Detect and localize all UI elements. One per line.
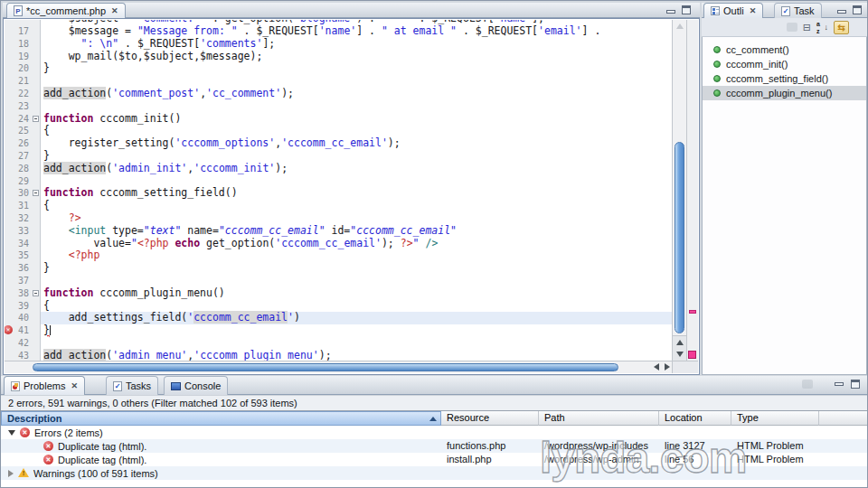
expanded-arrow-icon[interactable] <box>8 430 15 436</box>
collapse-all-icon[interactable]: ⊟ <box>803 23 811 33</box>
overview-ruler-badge[interactable] <box>688 351 696 359</box>
code-line-35[interactable]: 35 <?php <box>5 249 672 262</box>
code-line-28[interactable]: 28add_action('admin_init','cccomm_init')… <box>5 163 672 175</box>
code-line-20[interactable]: 20} <box>5 62 672 75</box>
link-with-editor-icon[interactable]: ⇆ <box>834 21 849 34</box>
problems-rows: ✕Errors (2 items)✕Duplicate tag (html).f… <box>1 426 868 480</box>
overview-ruler[interactable] <box>686 20 698 361</box>
column-header-description[interactable]: Description <box>1 411 441 426</box>
vertical-scrollbar-thumb[interactable] <box>675 142 684 333</box>
problem-row[interactable]: ✕Duplicate tag (html).install.php/wordpr… <box>1 453 868 466</box>
outline-item[interactable]: cccomm_init() <box>703 57 866 71</box>
problem-row[interactable]: Warnings (100 of 591 items) <box>1 466 868 480</box>
method-icon <box>713 61 721 68</box>
code-line-36[interactable]: 36} <box>5 262 672 275</box>
editor-area: P *cc_comment.php ✕ $subject = "Comment:… <box>3 3 700 375</box>
php-file-icon: P <box>14 5 23 16</box>
maximize-icon[interactable] <box>853 5 862 14</box>
fold-collapse-icon[interactable] <box>33 290 39 296</box>
problem-row[interactable]: ✕Errors (2 items) <box>1 426 868 439</box>
line-number: 32 <box>13 212 32 225</box>
code-line-30[interactable]: 30function cccomm_setting_field() <box>5 187 672 200</box>
tab-problems[interactable]: Problems ✕ <box>4 376 85 395</box>
line-number: 24 <box>13 113 32 126</box>
fold-collapse-icon[interactable] <box>33 116 39 122</box>
code-line-34[interactable]: 34 value="<?php echo get_option('cccomm_… <box>5 238 672 250</box>
horizontal-scrollbar-thumb[interactable] <box>33 363 618 371</box>
line-number: 25 <box>13 125 32 137</box>
code-line-27[interactable]: 27} <box>5 150 672 163</box>
close-icon[interactable]: ✕ <box>750 6 757 15</box>
outline-item[interactable]: cccomm_setting_field() <box>703 71 866 86</box>
code-line-26[interactable]: 26 register_setting('cccomm_options','cc… <box>5 137 672 150</box>
problem-description: Duplicate tag (html). <box>58 455 146 465</box>
tab-console[interactable]: Console <box>164 376 228 395</box>
tab-task[interactable]: ✓ Task <box>774 3 822 18</box>
minimize-icon[interactable] <box>837 10 846 14</box>
outline-item[interactable]: cccomm_plugin_menu() <box>703 86 866 100</box>
code-line-43[interactable]: 43add_action('admin_menu','cccomm_plugin… <box>5 350 672 361</box>
column-header-type[interactable]: Type <box>731 411 819 426</box>
minimize-icon[interactable] <box>835 382 844 386</box>
tasks-icon: ✓ <box>113 381 122 391</box>
focus-icon[interactable] <box>787 23 797 32</box>
tab-tasks[interactable]: ✓ Tasks <box>106 376 158 395</box>
code-line-37[interactable]: 37 <box>5 275 672 287</box>
method-icon <box>713 89 721 97</box>
code-line-32[interactable]: 32 ?> <box>5 212 672 225</box>
code-line-24[interactable]: 24function cccomm_init() <box>5 113 672 126</box>
scroll-up-icon[interactable] <box>676 23 684 29</box>
scroll-right-icon[interactable] <box>665 363 670 371</box>
outline-item[interactable]: cc_comment() <box>703 42 866 57</box>
code-lines[interactable]: $subject = "Comment: " . get_option('blo… <box>5 20 672 361</box>
scrollbar-corner <box>672 361 698 373</box>
maximize-icon[interactable] <box>851 380 860 389</box>
code-line-29[interactable]: 29 <box>5 175 672 188</box>
code-line-39[interactable]: 39{ <box>5 300 672 313</box>
problem-row[interactable]: ✕Duplicate tag (html).functions.php/word… <box>1 439 868 453</box>
code-line-42[interactable]: 42 <box>5 337 672 350</box>
code-line-19[interactable]: 19 wp_mail($to,$subject,$message); <box>5 51 672 63</box>
column-header-location[interactable]: Location <box>659 411 731 426</box>
overview-annotation-marker[interactable] <box>689 310 696 314</box>
tasks-tab-label: Tasks <box>126 380 151 391</box>
code-line-23[interactable]: 23 <box>5 100 672 113</box>
sort-alphabetically-icon[interactable]: a z ↓ <box>816 22 828 33</box>
error-marker-icon[interactable]: ✕ <box>5 325 13 334</box>
outline-tab-label: Outli <box>723 5 744 16</box>
code-line-33[interactable]: 33 <input type="text" name="cccomm_cc_em… <box>5 225 672 238</box>
close-icon[interactable]: ✕ <box>71 381 78 390</box>
code-line-31[interactable]: 31{ <box>5 200 672 212</box>
code-line-40[interactable]: 40 add_settings_field('cccomm_cc_email') <box>5 312 672 324</box>
scroll-up-icon[interactable] <box>676 340 684 345</box>
filter-icon[interactable] <box>802 380 813 389</box>
problem-path: /wordpress/wp-admin <box>539 453 659 466</box>
scroll-down-icon[interactable] <box>676 352 684 357</box>
collapsed-arrow-icon[interactable] <box>8 470 14 477</box>
code-line-38[interactable]: 38function cccomm_plugin_menu() <box>5 287 672 300</box>
column-header-resource[interactable]: Resource <box>441 411 539 426</box>
vertical-scroll-buttons[interactable] <box>673 335 686 361</box>
problem-loc <box>659 466 731 480</box>
tab-outline[interactable]: Outli ✕ <box>703 3 763 18</box>
code-line-18[interactable]: 18 ": \n" . $_REQUEST['comments']; <box>5 38 672 51</box>
maximize-icon[interactable] <box>682 5 691 14</box>
minimize-icon[interactable] <box>666 10 675 14</box>
close-icon[interactable]: ✕ <box>111 6 118 15</box>
code-line-41[interactable]: ✕41} <box>5 324 672 337</box>
vertical-scrollbar[interactable] <box>672 20 686 361</box>
code-line-17[interactable]: 17 $message = "Message from: " . $_REQUE… <box>5 25 672 38</box>
column-header-path[interactable]: Path <box>539 411 659 426</box>
code-line-25[interactable]: 25{ <box>5 125 672 137</box>
horizontal-scrollbar[interactable] <box>5 361 672 373</box>
line-number: 20 <box>13 62 32 75</box>
code-line-21[interactable]: 21 <box>5 75 672 88</box>
problems-table: Description Resource Path Location Type … <box>1 410 868 488</box>
error-icon: ✕ <box>43 455 53 465</box>
line-number: 41 <box>13 324 32 337</box>
editor-tab-cc-comment[interactable]: P *cc_comment.php ✕ <box>6 3 126 18</box>
problems-icon <box>11 381 20 391</box>
scroll-left-icon[interactable] <box>654 363 659 371</box>
fold-collapse-icon[interactable] <box>33 190 39 196</box>
code-line-22[interactable]: 22add_action('comment_post','cc_comment'… <box>5 88 672 100</box>
